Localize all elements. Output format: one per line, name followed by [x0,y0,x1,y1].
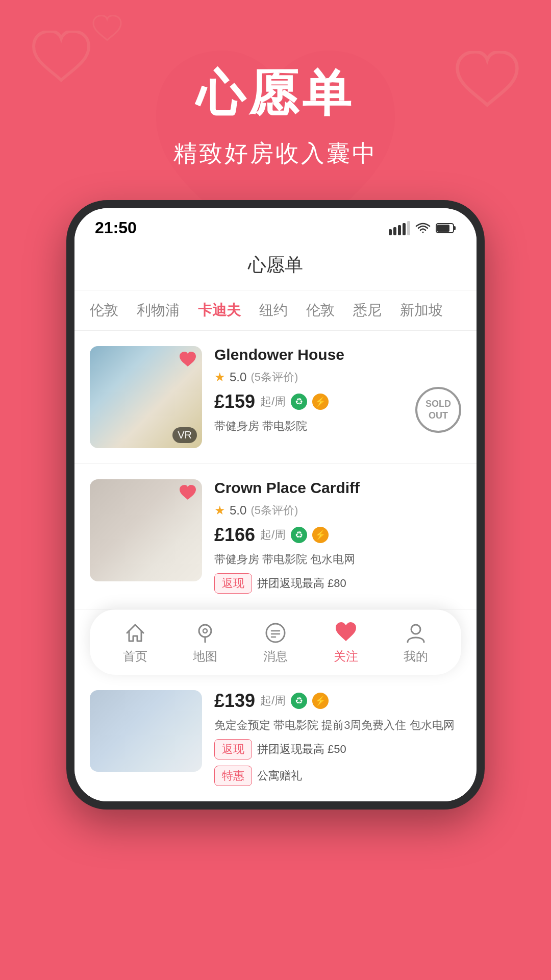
home-icon [124,622,146,644]
hero-title: 心愿单 [0,61,551,128]
listing-image-2 [90,479,202,581]
listing-price-2: £166 起/周 ♻ ⚡ [214,524,461,546]
nav-label-message: 消息 [263,648,288,665]
rating-count-1: (5条评价) [251,370,298,385]
tab-sydney[interactable]: 悉尼 [353,301,382,320]
nav-item-home[interactable]: 首页 [123,622,147,665]
cashback-tag-2: 返现 [214,573,252,594]
listing-tags-3b: 特惠 公寓赠礼 [214,766,461,786]
price-unit-1: 起/周 [260,394,286,409]
flash-icon-3: ⚡ [312,693,329,709]
listing-card-1[interactable]: VR Glendower House ★ 5.0 (5条评价) £159 起/ [74,331,477,464]
svg-point-4 [203,629,207,633]
map-icon [194,622,216,644]
listing-info-2: Crown Place Cardiff ★ 5.0 (5条评价) £166 起/… [214,479,461,594]
listing-image-3 [90,690,202,772]
tab-cardiff[interactable]: 卡迪夫 [198,301,241,320]
svg-point-3 [199,625,211,637]
hero-section: 心愿单 精致好房收入囊中 [0,0,551,169]
nav-item-wishlist[interactable]: 关注 [334,622,358,665]
listing-price-3: £139 起/周 ♻ ⚡ [214,690,461,712]
sold-out-text: SOLDOUT [425,398,451,422]
nav-item-profile[interactable]: 我的 [404,622,428,665]
tab-london2[interactable]: 伦敦 [306,301,335,320]
price-unit-3: 起/周 [260,693,286,708]
listing-rating-2: ★ 5.0 (5条评价) [214,503,461,518]
battery-icon [436,223,456,234]
nav-header: 心愿单 [74,242,477,290]
rating-score-1: 5.0 [230,370,246,384]
tab-singapore[interactable]: 新加坡 [400,301,443,320]
phone-mockup: 21:50 [66,200,485,810]
price-main-3: £139 [214,690,255,712]
signal-icon [389,221,410,235]
phone-screen: 21:50 [66,200,485,810]
cashback-tag-3: 返现 [214,739,252,760]
special-text-3: 公寓赠礼 [257,768,302,783]
cashback-text-3: 拼团返现最高 £50 [257,742,346,757]
rating-score-2: 5.0 [230,503,246,518]
listing-card-2[interactable]: Crown Place Cardiff ★ 5.0 (5条评价) £166 起/… [74,464,477,609]
listing-features-3: 免定金预定 带电影院 提前3周免费入住 包水电网 [214,718,461,733]
listing-tags-3a: 返现 拼团返现最高 £50 [214,739,461,760]
listing-name-1: Glendower House [214,346,461,363]
star-icon-2: ★ [214,503,226,518]
star-icon-1: ★ [214,370,226,384]
tab-newyork[interactable]: 纽约 [259,301,288,320]
user-icon [405,622,427,644]
price-unit-2: 起/周 [260,527,286,543]
cashback-text-2: 拼团返现最高 £80 [257,576,346,591]
flash-icon-1: ⚡ [312,394,329,410]
svg-point-9 [411,625,420,634]
status-bar: 21:50 [74,208,477,242]
wishlist-heart-2[interactable] [179,484,197,506]
bottom-nav-bar: 首页 地图 消息 [90,609,461,675]
nav-label-map: 地图 [193,648,217,665]
heart-icon-active [335,622,357,644]
price-main-2: £166 [214,524,255,546]
tab-london1[interactable]: 伦敦 [90,301,118,320]
nav-label-profile: 我的 [404,648,428,665]
svg-rect-1 [454,226,456,230]
eco-icon-1: ♻ [291,394,307,410]
sold-out-stamp: SOLDOUT [415,387,461,433]
hero-subtitle: 精致好房收入囊中 [0,138,551,169]
status-time: 21:50 [95,218,137,237]
flash-icon-2: ⚡ [312,527,329,543]
listing-rating-1: ★ 5.0 (5条评价) [214,370,461,385]
listing-name-2: Crown Place Cardiff [214,479,461,497]
page-title: 心愿单 [248,254,303,275]
listing-tags-2: 返现 拼团返现最高 £80 [214,573,461,594]
tab-liverpool[interactable]: 利物浦 [137,301,180,320]
listing-features-2: 带健身房 带电影院 包水电网 [214,552,461,567]
rating-count-2: (5条评价) [251,503,298,518]
nav-item-message[interactable]: 消息 [263,622,288,665]
tabs-row[interactable]: 伦敦 利物浦 卡迪夫 纽约 伦敦 悉尼 新加坡 [74,290,477,331]
eco-icon-2: ♻ [291,527,307,543]
nav-item-map[interactable]: 地图 [193,622,217,665]
wifi-icon [415,222,431,234]
listing-info-3: £139 起/周 ♻ ⚡ 免定金预定 带电影院 提前3周免费入住 包水电网 返现… [214,690,461,786]
nav-label-wishlist: 关注 [334,648,358,665]
wishlist-heart-1[interactable] [179,351,197,373]
svg-point-5 [266,624,285,642]
price-main-1: £159 [214,391,255,412]
status-icons [389,221,456,235]
message-icon [264,622,287,644]
listing-card-3[interactable]: £139 起/周 ♻ ⚡ 免定金预定 带电影院 提前3周免费入住 包水电网 返现… [74,675,477,801]
vr-badge: VR [172,427,197,443]
listing-image-1: VR [90,346,202,448]
special-tag-3: 特惠 [214,766,252,786]
nav-label-home: 首页 [123,648,147,665]
svg-rect-2 [437,225,449,232]
eco-icon-3: ♻ [291,693,307,709]
